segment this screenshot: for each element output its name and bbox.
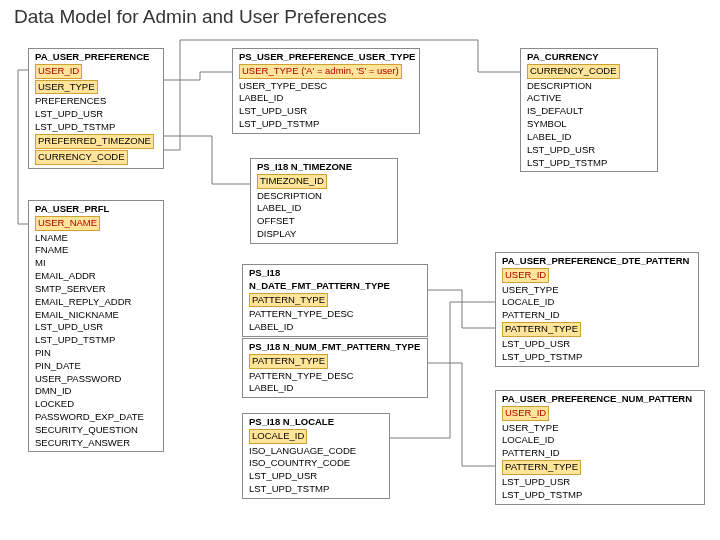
entity-field: LABEL_ID (247, 321, 423, 334)
entity-field: PATTERN_TYPE (247, 293, 423, 309)
entity-field: PASSWORD_EXP_DATE (33, 411, 159, 424)
entity-field: PATTERN_ID (500, 309, 694, 322)
entity-field: LABEL_ID (237, 92, 415, 105)
entity-field: DESCRIPTION (525, 80, 653, 93)
entity-name: PA_USER_PREFERENCE_DTE_PATTERN (500, 255, 694, 268)
entity-ps-i18n-locale: PS_I18 N_LOCALELOCALE_IDISO_LANGUAGE_COD… (242, 413, 390, 499)
entity-field: LST_UPD_TSTMP (247, 483, 385, 496)
entity-field: EMAIL_ADDR (33, 270, 159, 283)
entity-field: LNAME (33, 232, 159, 245)
entity-field: USER_TYPE (500, 284, 694, 297)
entity-field: IS_DEFAULT (525, 105, 653, 118)
entity-field: CURRENCY_CODE (525, 64, 653, 80)
entity-pa-user-prfl: PA_USER_PRFLUSER_NAMELNAMEFNAMEMIEMAIL_A… (28, 200, 164, 452)
entity-field: TIMEZONE_ID (255, 174, 393, 190)
entity-field: PATTERN_TYPE_DESC (247, 308, 423, 321)
entity-field: USER_ID (500, 268, 694, 284)
entity-field: LST_UPD_USR (237, 105, 415, 118)
page-title: Data Model for Admin and User Preference… (14, 6, 387, 28)
entity-field: USER_TYPE (33, 80, 159, 96)
entity-name: PS_USER_PREFERENCE_USER_TYPE (237, 51, 415, 64)
entity-field: LABEL_ID (247, 382, 423, 395)
entity-field: PREFERRED_TIMEZONE (33, 134, 159, 150)
entity-field: CURRENCY_CODE (33, 150, 159, 166)
entity-name: PS_I18 N_TIMEZONE (255, 161, 393, 174)
entity-field: FNAME (33, 244, 159, 257)
entity-field: LST_UPD_TSTMP (525, 157, 653, 170)
entity-ps-i18n-timezone: PS_I18 N_TIMEZONETIMEZONE_IDDESCRIPTIONL… (250, 158, 398, 244)
entity-field: LOCALE_ID (500, 296, 694, 309)
entity-field: ISO_LANGUAGE_CODE (247, 445, 385, 458)
entity-field: LABEL_ID (255, 202, 393, 215)
entity-field: ACTIVE (525, 92, 653, 105)
entity-field: LST_UPD_USR (247, 470, 385, 483)
entity-field: USER_TYPE_DESC (237, 80, 415, 93)
entity-field: LABEL_ID (525, 131, 653, 144)
entity-field: MI (33, 257, 159, 270)
entity-field: LOCALE_ID (500, 434, 700, 447)
entity-field: SYMBOL (525, 118, 653, 131)
entity-name: PA_USER_PREFERENCE_NUM_PATTERN (500, 393, 700, 406)
entity-field: PREFERENCES (33, 95, 159, 108)
entity-field: LST_UPD_TSTMP (500, 489, 700, 502)
entity-field: LST_UPD_TSTMP (33, 121, 159, 134)
entity-field: DMN_ID (33, 385, 159, 398)
entity-field: LOCKED (33, 398, 159, 411)
entity-field: LST_UPD_TSTMP (33, 334, 159, 347)
entity-field: LST_UPD_USR (500, 338, 694, 351)
entity-field: DISPLAY (255, 228, 393, 241)
entity-name: PA_USER_PRFL (33, 203, 159, 216)
entity-field: LST_UPD_TSTMP (500, 351, 694, 364)
entity-field: LST_UPD_USR (500, 476, 700, 489)
entity-field: LST_UPD_USR (33, 108, 159, 121)
entity-name: PA_USER_PREFERENCE (33, 51, 159, 64)
entity-field: EMAIL_NICKNAME (33, 309, 159, 322)
entity-field: PATTERN_ID (500, 447, 700, 460)
entity-field: OFFSET (255, 215, 393, 228)
entity-ps-i18n-date-fmt-pattern-type: PS_I18 N_DATE_FMT_PATTERN_TYPEPATTERN_TY… (242, 264, 428, 337)
entity-name: PS_I18 N_NUM_FMT_PATTERN_TYPE (247, 341, 423, 354)
entity-pa-user-preference-dte-pattern: PA_USER_PREFERENCE_DTE_PATTERNUSER_IDUSE… (495, 252, 699, 367)
entity-field: PATTERN_TYPE_DESC (247, 370, 423, 383)
entity-field: ISO_COUNTRY_CODE (247, 457, 385, 470)
entity-field: USER_TYPE ('A' = admin, 'S' = user) (237, 64, 415, 80)
entity-field: USER_TYPE (500, 422, 700, 435)
entity-pa-user-preference: PA_USER_PREFERENCEUSER_IDUSER_TYPEPREFER… (28, 48, 164, 169)
entity-field: SECURITY_QUESTION (33, 424, 159, 437)
entity-field: PIN (33, 347, 159, 360)
entity-field: PATTERN_TYPE (500, 322, 694, 338)
entity-field: SMTP_SERVER (33, 283, 159, 296)
entity-field: DESCRIPTION (255, 190, 393, 203)
entity-name: PA_CURRENCY (525, 51, 653, 64)
entity-field: PATTERN_TYPE (500, 460, 700, 476)
entity-name: PS_I18 N_LOCALE (247, 416, 385, 429)
entity-field: USER_NAME (33, 216, 159, 232)
entity-ps-i18n-num-fmt-pattern-type: PS_I18 N_NUM_FMT_PATTERN_TYPEPATTERN_TYP… (242, 338, 428, 398)
entity-field: USER_ID (33, 64, 159, 80)
entity-pa-user-preference-num-pattern: PA_USER_PREFERENCE_NUM_PATTERNUSER_IDUSE… (495, 390, 705, 505)
entity-field: LST_UPD_TSTMP (237, 118, 415, 131)
entity-field: LST_UPD_USR (33, 321, 159, 334)
entity-field: LST_UPD_USR (525, 144, 653, 157)
entity-field: USER_ID (500, 406, 700, 422)
entity-field: LOCALE_ID (247, 429, 385, 445)
entity-field: SECURITY_ANSWER (33, 437, 159, 450)
entity-pa-currency: PA_CURRENCYCURRENCY_CODEDESCRIPTIONACTIV… (520, 48, 658, 172)
entity-ps-user-preference-user-type: PS_USER_PREFERENCE_USER_TYPEUSER_TYPE ('… (232, 48, 420, 134)
entity-field: EMAIL_REPLY_ADDR (33, 296, 159, 309)
entity-field: PATTERN_TYPE (247, 354, 423, 370)
entity-field: USER_PASSWORD (33, 373, 159, 386)
entity-name: PS_I18 N_DATE_FMT_PATTERN_TYPE (247, 267, 423, 293)
entity-field: PIN_DATE (33, 360, 159, 373)
